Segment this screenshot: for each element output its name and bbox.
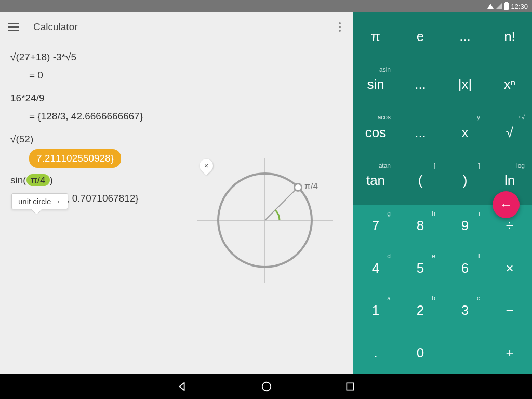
angle-label: π/4 (304, 181, 318, 191)
key-7[interactable]: 7g (353, 205, 398, 247)
back-icon[interactable] (177, 381, 188, 392)
key-8[interactable]: 8h (398, 205, 443, 247)
history-expr[interactable]: √(27+18) -3*√5 (10, 50, 343, 65)
history-expr[interactable]: √(52) (10, 132, 343, 147)
hamburger-icon[interactable] (8, 23, 19, 31)
status-time: 12:30 (511, 3, 528, 10)
unit-circle-tooltip[interactable]: unit circle → (11, 193, 68, 209)
app-title: Calculator (33, 21, 78, 33)
backspace-fab[interactable]: ← (493, 191, 520, 218)
key-factorial[interactable]: n! (487, 12, 532, 61)
history-result: = 0 (29, 68, 343, 83)
home-icon[interactable] (261, 381, 272, 392)
wifi-icon (487, 4, 494, 9)
toolbar: Calculator (0, 12, 353, 42)
key-3[interactable]: 3c (443, 289, 487, 332)
key-more2[interactable]: ... (398, 61, 443, 109)
key-+[interactable]: + (487, 332, 532, 375)
keypad: ← πe...n!sinasin...|x|xⁿcosacos...xy√ⁿ√t… (353, 12, 532, 374)
key-more3[interactable]: ... (398, 109, 443, 157)
key-tan[interactable]: tanatan (353, 157, 398, 205)
key-sin[interactable]: sinasin (353, 61, 398, 109)
key-e[interactable]: e (398, 12, 443, 61)
svg-rect-6 (347, 383, 353, 390)
key-0[interactable]: 0 (398, 332, 443, 375)
result-highlight[interactable]: = {√(52), 7.211102550928} (29, 149, 121, 168)
recent-icon[interactable] (345, 381, 355, 392)
key-paren-open[interactable]: ([ (398, 157, 443, 205)
key-abs[interactable]: |x| (443, 61, 487, 109)
key-4[interactable]: 4d (353, 247, 398, 290)
key-blank[interactable] (443, 332, 487, 375)
key-.[interactable]: . (353, 332, 398, 375)
key-more[interactable]: ... (443, 12, 487, 61)
history-result: = {128/3, 42.6666666667} (29, 109, 343, 124)
history-expr[interactable]: 16*24/9 (10, 91, 343, 106)
svg-line-3 (265, 187, 298, 220)
function-keys: ← πe...n!sinasin...|x|xⁿcosacos...xy√ⁿ√t… (353, 12, 532, 205)
unit-circle-diagram[interactable]: π/4 (197, 158, 332, 285)
key-−[interactable]: − (487, 289, 532, 332)
key-5[interactable]: 5e (398, 247, 443, 290)
battery-icon (504, 3, 509, 10)
signal-icon (496, 3, 502, 9)
android-navbar (0, 374, 532, 399)
key-1[interactable]: 1a (353, 289, 398, 332)
key-×[interactable]: × (487, 247, 532, 290)
status-bar: 12:30 (0, 0, 532, 12)
key-pi[interactable]: π (353, 12, 398, 61)
key-cos[interactable]: cosacos (353, 109, 398, 157)
svg-point-4 (295, 183, 302, 191)
key-sqrt[interactable]: √ⁿ√ (487, 109, 532, 157)
key-9[interactable]: 9i (443, 205, 487, 247)
more-icon[interactable] (335, 18, 345, 36)
key-x[interactable]: xy (443, 109, 487, 157)
key-power[interactable]: xⁿ (487, 61, 532, 109)
key-2[interactable]: 2b (398, 289, 443, 332)
svg-point-5 (262, 382, 271, 391)
key-6[interactable]: 6f (443, 247, 487, 290)
number-keys: 7g8h9i÷4d5e6f×1a2b3c−.0+ (353, 205, 532, 374)
key-paren-close[interactable]: )] (443, 157, 487, 205)
main-panel: Calculator √(27+18) -3*√5 = 0 16*24/9 = … (0, 12, 353, 374)
argument-chip[interactable]: π/4 (26, 174, 50, 186)
